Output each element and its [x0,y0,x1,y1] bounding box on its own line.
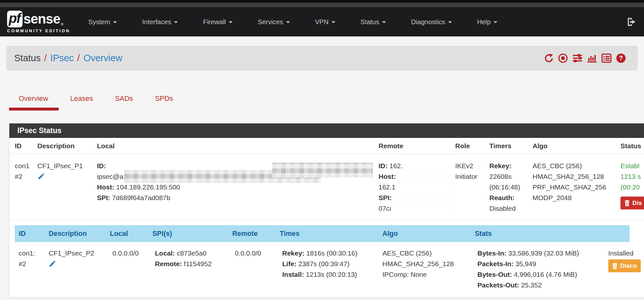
menu-interfaces[interactable]: Interfaces [142,18,178,26]
ike-algo-cell: AES_CBC (256) HMAC_SHA2_256_128 PRF_HMAC… [530,154,618,220]
tab-spds[interactable]: SPDs [145,91,183,111]
child-sa-table-row: con1: #2 CF1_IPsec_P2 0.0.0.0/0 Local: c… [15,242,644,290]
status-established: Establ [620,160,644,171]
breadcrumb-bar: Status / IPsec / Overview ? [6,46,638,70]
col-spis: SPI(s) [152,230,232,238]
child-id-cell: con1: #2 [15,248,49,290]
page-tabs: Overview Leases SADs SPDs [9,91,183,111]
child-stats-cell: Bytes-In: 33,586,939 (32.03 MiB) Packets… [475,248,608,290]
trash-icon [624,200,630,206]
col-local: Local [110,230,152,238]
stop-icon[interactable] [558,53,568,63]
chevron-down-icon [448,21,452,23]
chevron-down-icon [332,21,335,23]
menu-help[interactable]: Help [477,18,497,26]
breadcrumb-section: Status [14,53,41,63]
chevron-down-icon [229,21,233,23]
chevron-down-icon [382,21,386,23]
col-algo: Algo [382,230,475,238]
child-sa-table-header: ID Description Local SPI(s) Remote Times… [15,225,630,242]
child-local-cell: 0.0.0.0/0 [110,248,152,290]
redacted-local-id [272,163,373,178]
ike-role-cell: IKEv2 Initiator [453,154,487,220]
col-id: ID [15,142,37,150]
svg-text:?: ? [619,54,623,62]
child-description-cell: CF1_IPsec_P2 [49,248,110,290]
col-role: Role [453,142,487,150]
child-algo-cell: AES_CBC (256) HMAC_SHA2_256_128 IPComp: … [382,248,475,290]
breadcrumb-separator: / [77,53,80,63]
breadcrumb-separator: / [44,53,47,63]
pfsense-ipsec-overview-page: pf sense ® COMMUNITY EDITION System Inte… [0,0,644,300]
menu-diagnostics[interactable]: Diagnostics [411,18,452,26]
redacted-remote-host [396,184,454,196]
child-spis-cell: Local: c873e5a0 Remote: f1154952 [152,248,232,290]
logo-registered-mark: ® [61,22,63,26]
disconnect-button[interactable]: Dis [620,197,644,209]
chevron-down-icon [174,21,178,23]
menu-system[interactable]: System [88,18,117,26]
panel-title: IPsec Status [9,123,644,138]
pfsense-logo[interactable]: pf sense ® COMMUNITY EDITION [7,11,81,33]
menu-services[interactable]: Services [258,18,290,26]
child-sa-section: ID Description Local SPI(s) Remote Times… [9,220,644,297]
menu-status[interactable]: Status [360,18,386,26]
col-remote: Remote [232,230,280,238]
col-status: Status [618,142,644,150]
bar-chart-icon[interactable] [587,53,597,63]
col-id: ID [15,230,49,238]
child-status-cell: Installed Disco [608,248,644,290]
status-installed: Installed [608,248,644,258]
ipsec-status-panel: IPsec Status ID Description Local Remote… [9,123,644,298]
breadcrumb-link-overview[interactable]: Overview [83,53,122,63]
redacted-remote-spi [391,207,454,218]
chevron-down-icon [113,21,117,23]
list-log-icon[interactable] [601,53,611,63]
ike-timers-cell: Rekey: 22608s (06:16:48) Reauth: Disable… [487,154,530,220]
col-timers: Timers [487,142,530,150]
sliders-icon[interactable] [572,53,582,63]
ike-table-header: ID Description Local Remote Role Timers … [9,138,644,154]
chevron-down-icon [494,21,497,23]
menu-vpn[interactable]: VPN [315,18,335,26]
logo-sense-text: sense [24,11,60,27]
ike-description-cell: CF1_IPsec_P1 [37,154,97,220]
col-remote: Remote [376,142,453,150]
sign-out-icon[interactable] [626,16,637,27]
refresh-icon[interactable] [543,53,553,63]
ike-table-row: con1 #2 CF1_IPsec_P1 ID: ipsec@a1o Host:… [9,154,644,220]
col-times: Times [280,230,382,238]
main-menu: System Interfaces Firewall Services VPN … [88,18,497,26]
breadcrumb-actions: ? [543,53,630,63]
redacted-remote-id [403,160,454,170]
breadcrumb-link-ipsec[interactable]: IPsec [50,53,74,63]
child-times-cell: Rekey: 1816s (00:30:16) Life: 2387s (00:… [280,248,382,290]
logo-edition-text: COMMUNITY EDITION [7,28,81,33]
col-description: Description [37,142,97,150]
edit-pencil-icon[interactable] [49,260,56,270]
menu-firewall[interactable]: Firewall [203,18,233,26]
help-icon[interactable]: ? [616,53,626,63]
top-strip [0,0,644,3]
top-strip-secondary [0,3,644,7]
ike-status-cell: Establ 1213 s (00:20 Dis [618,154,644,220]
disconnect-child-button[interactable]: Disco [608,259,641,272]
chevron-down-icon [286,21,290,23]
top-navbar: pf sense ® COMMUNITY EDITION System Inte… [0,7,644,36]
tab-sads[interactable]: SADs [105,91,143,111]
col-stats: Stats [475,230,608,238]
col-algo: Algo [530,142,618,150]
logo-pf-mark: pf [7,11,23,27]
breadcrumb: Status / IPsec / Overview [14,53,122,63]
tab-leases[interactable]: Leases [61,91,103,111]
child-remote-cell: 0.0.0.0/0 [232,248,280,290]
tab-overview[interactable]: Overview [9,91,59,111]
ike-id-cell: con1 #2 [15,154,37,220]
col-description: Description [49,230,110,238]
trash-icon [612,263,618,269]
edit-pencil-icon[interactable] [37,172,45,183]
col-local: Local [97,142,376,150]
